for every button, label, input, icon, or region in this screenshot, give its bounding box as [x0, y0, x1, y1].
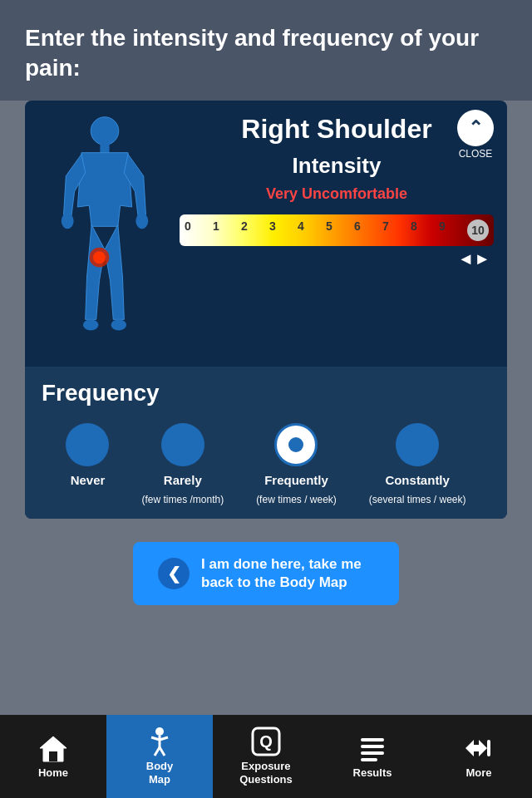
nav-results[interactable]: Results [319, 715, 426, 798]
scale-0[interactable]: 0 [185, 219, 191, 241]
freq-constantly-label: Constantly [385, 473, 450, 487]
scale-10-selected[interactable]: 10 [467, 219, 489, 241]
svg-rect-18 [361, 738, 384, 741]
freq-frequently-dot [288, 437, 303, 452]
nav-more[interactable]: More [426, 715, 532, 798]
freq-frequently-label: Frequently [264, 473, 328, 487]
frequency-title: Frequency [42, 380, 490, 406]
nav-body-map[interactable]: BodyMap [106, 715, 213, 798]
freq-never-label: Never [71, 473, 106, 487]
region-header: Right Shoulder ⌃ CLOSE [180, 114, 494, 145]
scale-2[interactable]: 2 [241, 219, 248, 241]
scale-3[interactable]: 3 [269, 219, 276, 241]
svg-point-2 [62, 213, 74, 229]
nav-exposure-questions[interactable]: Q ExposureQuestions [213, 715, 319, 798]
svg-rect-21 [361, 758, 377, 761]
done-arrow-icon: ❮ [158, 558, 190, 589]
freq-rarely-circle [161, 423, 204, 466]
svg-marker-22 [466, 740, 487, 756]
freq-rarely-sublabel: (few times /month) [141, 494, 224, 505]
body-image-area [38, 114, 171, 347]
scale-5[interactable]: 5 [326, 219, 332, 241]
nav-home[interactable]: Home [0, 715, 106, 798]
nav-more-label: More [466, 766, 491, 780]
close-circle: ⌃ [457, 110, 494, 146]
svg-line-14 [155, 747, 160, 756]
frequency-section: Frequency Never Rarely (few times /month… [25, 367, 507, 519]
done-button[interactable]: ❮ I am done here, take me back to the Bo… [133, 542, 399, 605]
svg-point-4 [83, 319, 99, 330]
top-section: Right Shoulder ⌃ CLOSE Intensity Very Un… [25, 101, 507, 360]
freq-rarely-label: Rarely [164, 473, 202, 487]
freq-never[interactable]: Never [66, 423, 109, 487]
scale-9[interactable]: 9 [439, 219, 446, 241]
svg-rect-19 [361, 745, 384, 748]
svg-line-15 [160, 747, 165, 756]
exposure-questions-icon: Q [251, 727, 281, 756]
freq-frequently[interactable]: Frequently (few times / week) [256, 423, 337, 505]
done-text: I am done here, take me back to the Body… [201, 555, 374, 592]
frequency-options: Never Rarely (few times /month) Frequent… [42, 423, 490, 505]
page-title: Enter the intensity and frequency of you… [25, 23, 507, 84]
pain-scale-bar[interactable]: 0 1 2 3 4 5 6 7 8 9 10 [180, 214, 494, 246]
freq-constantly-circle [396, 423, 439, 466]
scale-8[interactable]: 8 [411, 219, 417, 241]
svg-point-5 [111, 319, 126, 330]
scale-1[interactable]: 1 [213, 219, 219, 241]
svg-rect-20 [361, 751, 384, 755]
header-area: Enter the intensity and frequency of you… [0, 0, 532, 101]
scale-7[interactable]: 7 [382, 219, 389, 241]
freq-frequently-sublabel: (few times / week) [256, 494, 337, 505]
body-map-icon [145, 727, 175, 756]
freq-constantly-sublabel: (several times / week) [369, 494, 466, 505]
body-figure-svg [51, 114, 159, 347]
intensity-area: Right Shoulder ⌃ CLOSE Intensity Very Un… [180, 114, 494, 275]
svg-point-0 [91, 117, 119, 145]
svg-point-10 [155, 727, 164, 736]
nav-exposure-questions-label: ExposureQuestions [239, 760, 293, 786]
nav-body-map-label: BodyMap [146, 760, 174, 786]
bottom-nav: Home BodyMap Q ExposureQuestions [0, 715, 532, 798]
intensity-label: Intensity [293, 153, 382, 179]
main-card: Right Shoulder ⌃ CLOSE Intensity Very Un… [25, 101, 507, 519]
results-icon [357, 733, 387, 763]
scale-6[interactable]: 6 [354, 219, 361, 241]
freq-constantly[interactable]: Constantly (several times / week) [369, 423, 466, 505]
freq-never-circle [66, 423, 109, 466]
more-icon [464, 733, 494, 763]
close-button[interactable]: ⌃ CLOSE [457, 110, 494, 160]
close-chevron-icon: ⌃ [468, 119, 483, 137]
app-container: Enter the intensity and frequency of you… [0, 0, 532, 798]
svg-point-3 [135, 213, 148, 229]
scale-arrows: ◄► [180, 249, 494, 268]
nav-home-label: Home [38, 766, 68, 780]
home-icon [38, 733, 68, 763]
pain-scale-container[interactable]: 0 1 2 3 4 5 6 7 8 9 10 [180, 214, 494, 268]
svg-rect-23 [487, 740, 490, 756]
svg-point-7 [93, 251, 106, 264]
svg-text:Q: Q [259, 732, 273, 751]
close-label: CLOSE [459, 148, 493, 160]
freq-rarely[interactable]: Rarely (few times /month) [141, 423, 224, 505]
done-button-area: ❮ I am done here, take me back to the Bo… [0, 519, 532, 628]
freq-frequently-circle [274, 423, 318, 466]
region-title: Right Shoulder [180, 114, 494, 145]
pain-description: Very Uncomfortable [266, 185, 407, 203]
svg-rect-1 [100, 143, 109, 152]
scale-arrow-icon: ◄► [457, 249, 490, 268]
scale-4[interactable]: 4 [298, 219, 304, 241]
svg-rect-9 [49, 751, 57, 761]
nav-results-label: Results [353, 766, 392, 780]
scale-numbers: 0 1 2 3 4 5 6 7 8 9 10 [180, 219, 494, 241]
